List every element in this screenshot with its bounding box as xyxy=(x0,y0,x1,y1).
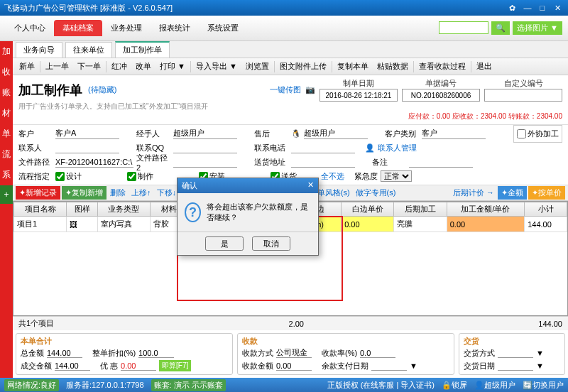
thumb-icon[interactable]: 🖼 xyxy=(67,217,97,232)
dialog-close-icon[interactable]: ✕ xyxy=(307,180,314,191)
sidebar: 加 收 账 材 单 流 系 + xyxy=(0,41,13,378)
up-link[interactable]: 上移↑ xyxy=(129,187,153,198)
tb-browse[interactable]: 浏览置 xyxy=(242,60,273,73)
theme-icon[interactable]: ✿ xyxy=(506,4,519,13)
bill-date-input[interactable] xyxy=(320,89,398,102)
sidebar-item-2[interactable]: 账 xyxy=(0,82,13,103)
close-icon[interactable]: ✕ xyxy=(551,4,564,13)
add-row-button[interactable]: ✦新增记录 xyxy=(16,186,60,200)
delivdate-input[interactable] xyxy=(498,361,533,371)
title-bar: 飞扬动力广告公司管理软件 [标准版 - V2.6.0.547] ✿ — □ ✕ xyxy=(0,0,568,16)
addr-input[interactable] xyxy=(291,156,355,168)
status-bar: 网络情况:良好 服务器:127.0.0.1:7798 账套: 演示 示示账套 正… xyxy=(0,378,568,392)
restdate-input[interactable] xyxy=(371,361,407,371)
remark-input[interactable] xyxy=(409,156,473,168)
payrate-input[interactable] xyxy=(360,349,395,358)
sum-delivery: 交货 交货方式▼ 交货日期▼ xyxy=(459,333,565,375)
grid-footer: 共1个项目 2.00 144.00 xyxy=(13,316,568,330)
maximize-icon[interactable]: □ xyxy=(536,4,549,12)
copy-row-button[interactable]: ✦复制新增 xyxy=(62,186,106,200)
dialog-message: 将会超出该客户欠款额度，是否继续？ xyxy=(207,202,311,223)
select-image-button[interactable]: 选择图片 ▼ xyxy=(513,21,562,35)
sidebar-item-1[interactable]: 收 xyxy=(0,62,13,82)
tb-attach[interactable]: 图文附件上传 xyxy=(276,60,330,73)
window-buttons: ✿ — □ ✕ xyxy=(506,4,564,13)
sidebar-add[interactable]: + xyxy=(0,185,13,204)
dialog-yes-button[interactable]: 是 xyxy=(205,236,244,251)
sidebar-item-5[interactable]: 流 xyxy=(0,144,13,165)
down-link[interactable]: 下移↓ xyxy=(155,187,179,198)
question-icon: ? xyxy=(185,202,201,222)
check-make[interactable] xyxy=(127,172,136,181)
calc-button[interactable]: 即算[F7] xyxy=(159,360,191,371)
modtab-order[interactable]: 加工制作单 xyxy=(115,41,170,58)
custom-no-input[interactable] xyxy=(484,89,562,102)
outsource-check[interactable] xyxy=(517,129,526,138)
switch-user[interactable]: 🔄切换用户 xyxy=(523,380,564,391)
search-button[interactable]: 🔍 xyxy=(491,21,510,35)
handler-input[interactable] xyxy=(173,128,237,139)
module-tabs: 业务向导 往来单位 加工制作单 xyxy=(13,41,568,58)
tb-paste[interactable]: 粘贴数据 xyxy=(373,60,412,73)
all-unselect-link[interactable]: 全不选 xyxy=(321,171,344,182)
lock-button[interactable]: 🔒锁屏 xyxy=(442,380,467,391)
user-label[interactable]: 👤超级用户 xyxy=(474,380,515,391)
serv-input[interactable] xyxy=(304,128,368,139)
tb-copy[interactable]: 复制本单 xyxy=(334,60,372,73)
tab-sys[interactable]: 系统设置 xyxy=(199,20,247,36)
font-link[interactable]: 做字专用(s) xyxy=(354,187,398,198)
perunit-button[interactable]: ✦按单价 xyxy=(528,186,565,200)
sidebar-item-4[interactable]: 单 xyxy=(0,124,13,144)
tb-exit[interactable]: 退出 xyxy=(473,60,496,73)
paymethod-input[interactable] xyxy=(276,349,312,358)
sidebar-item-3[interactable]: 材 xyxy=(0,103,13,124)
delivmethod-input[interactable] xyxy=(498,349,533,358)
tab-biz[interactable]: 业务处理 xyxy=(102,20,151,36)
toggle-hide-link[interactable]: (待隐藏) xyxy=(88,85,116,95)
onekey-icon[interactable]: 📷 xyxy=(305,85,315,94)
filepath-input[interactable] xyxy=(55,156,133,168)
qq-input[interactable] xyxy=(173,142,237,153)
cust-input[interactable] xyxy=(55,128,119,139)
del-link[interactable]: 删除 xyxy=(108,187,128,198)
dialog-cancel-button[interactable]: 取消 xyxy=(252,236,290,251)
tab-base[interactable]: 基础档案 xyxy=(54,20,102,36)
custmgr-icon[interactable]: 👤 xyxy=(365,143,375,153)
qq-icon[interactable]: 🐧 xyxy=(291,129,301,138)
tb-red[interactable]: 红冲 xyxy=(108,60,131,73)
minimize-icon[interactable]: — xyxy=(521,4,534,12)
tb-io[interactable]: 导入导出 ▼ xyxy=(192,60,241,73)
net-status: 网络情况:良好 xyxy=(4,379,59,391)
check-design[interactable] xyxy=(55,172,65,181)
benefit-input[interactable] xyxy=(121,361,156,371)
tab-personal[interactable]: 个人中心 xyxy=(6,20,54,36)
amount-button[interactable]: ✦金额 xyxy=(498,186,527,200)
tb-new[interactable]: 新单 xyxy=(16,60,38,73)
search-input[interactable] xyxy=(439,21,488,34)
late-link[interactable]: 后期计价 → xyxy=(451,187,496,198)
sum-receipt: 收款 收款方式收款率(%) 收款金额余款支付日期▼ xyxy=(237,333,454,375)
tab-report[interactable]: 报表统计 xyxy=(151,20,199,36)
discount-input[interactable] xyxy=(138,349,174,358)
bill-no-input[interactable] xyxy=(402,89,480,102)
onekey-link[interactable]: 一键传图 xyxy=(270,85,301,95)
payamt-input[interactable] xyxy=(276,361,312,371)
modtab-contacts[interactable]: 往来单位 xyxy=(65,42,112,58)
sidebar-item-0[interactable]: 加 xyxy=(0,41,13,62)
license-status[interactable]: 正版授权 (在线客服 | 导入证书) xyxy=(327,380,435,391)
urgent-select[interactable]: 正常 xyxy=(381,170,412,182)
tb-next[interactable]: 下一单 xyxy=(74,60,104,73)
tb-edit[interactable]: 改单 xyxy=(132,60,155,73)
sidebar-item-6[interactable]: 系 xyxy=(0,165,13,185)
deal-input[interactable] xyxy=(55,361,90,371)
filepath2-input[interactable] xyxy=(173,156,237,168)
modtab-guide[interactable]: 业务向导 xyxy=(16,42,62,58)
contact-input[interactable] xyxy=(55,142,119,153)
custtype-input[interactable] xyxy=(422,128,486,139)
tb-print[interactable]: 打印 ▼ xyxy=(156,60,189,73)
tb-prev[interactable]: 上一单 xyxy=(42,60,72,73)
phone-input[interactable] xyxy=(291,142,355,153)
total-input[interactable] xyxy=(47,349,82,358)
balance-warn: 应付款：0.00 应收款：2304.00 转账款：2304.00 xyxy=(18,111,562,121)
tb-paylog[interactable]: 查看收款过程 xyxy=(415,60,469,73)
